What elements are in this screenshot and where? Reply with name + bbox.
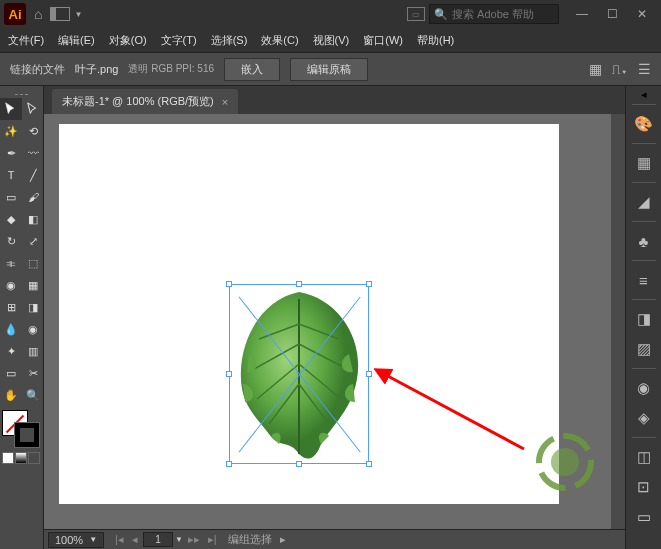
workspace-layout-menu[interactable]: ▼	[50, 7, 82, 21]
direct-selection-tool[interactable]	[22, 98, 44, 120]
menu-help[interactable]: 帮助(H)	[417, 33, 454, 48]
shaper-tool[interactable]: ◆	[0, 208, 22, 230]
handle-bottom-right[interactable]	[366, 461, 372, 467]
menu-object[interactable]: 对象(O)	[109, 33, 147, 48]
selection-diagonals	[229, 284, 369, 464]
minimize-button[interactable]: —	[567, 3, 597, 25]
menu-file[interactable]: 文件(F)	[8, 33, 44, 48]
free-transform-tool[interactable]: ⬚	[22, 252, 44, 274]
symbols-panel-icon[interactable]: ♣	[630, 228, 658, 254]
color-mode-solid[interactable]	[2, 452, 14, 464]
search-input[interactable]	[452, 8, 554, 20]
menu-select[interactable]: 选择(S)	[211, 33, 248, 48]
magic-wand-tool[interactable]: ✨	[0, 120, 22, 142]
layout-icon	[50, 7, 70, 21]
mesh-tool[interactable]: ⊞	[0, 296, 22, 318]
fill-stroke-swatches[interactable]	[2, 410, 40, 448]
status-chevron[interactable]: ▸	[280, 533, 286, 546]
status-bar: 100% ▼ |◂ ◂ ▼ ▸▸ ▸| 编组选择 ▸	[44, 529, 625, 549]
stroke-swatch[interactable]	[14, 422, 40, 448]
arrange-icon[interactable]: ⎍▾	[612, 61, 628, 77]
stroke-panel-icon[interactable]: ≡	[630, 267, 658, 293]
graphic-styles-panel-icon[interactable]: ◈	[630, 405, 658, 431]
tab-title: 未标题-1* @ 100% (RGB/预览)	[62, 94, 214, 109]
appearance-panel-icon[interactable]: ◉	[630, 375, 658, 401]
edit-original-button[interactable]: 编辑原稿	[290, 58, 368, 81]
gradient-tool[interactable]: ◨	[22, 296, 44, 318]
right-dock: ◂ 🎨 ▦ ◢ ♣ ≡ ◨ ▨ ◉ ◈ ◫ ⊡ ▭	[625, 86, 661, 549]
layers-panel-icon[interactable]: ◫	[630, 444, 658, 470]
linked-filename[interactable]: 叶子.png	[75, 62, 118, 77]
menu-view[interactable]: 视图(V)	[313, 33, 350, 48]
app-logo: Ai	[4, 3, 26, 25]
handle-top[interactable]	[296, 281, 302, 287]
nav-prev-button[interactable]: ◂	[129, 533, 141, 546]
tab-close-button[interactable]: ×	[222, 96, 228, 108]
zoom-select[interactable]: 100% ▼	[48, 532, 104, 548]
eyedropper-tool[interactable]: 💧	[0, 318, 22, 340]
home-icon[interactable]: ⌂	[34, 6, 42, 22]
hand-tool[interactable]: ✋	[0, 384, 22, 406]
graph-tool[interactable]: ▥	[22, 340, 44, 362]
options-icon[interactable]: ☰	[638, 61, 651, 77]
blend-tool[interactable]: ◉	[22, 318, 44, 340]
width-tool[interactable]: ⟚	[0, 252, 22, 274]
asset-export-panel-icon[interactable]: ⊡	[630, 474, 658, 500]
rectangle-tool[interactable]: ▭	[0, 186, 22, 208]
chevron-down-icon[interactable]: ▼	[175, 535, 183, 544]
handle-top-left[interactable]	[226, 281, 232, 287]
canvas[interactable]	[44, 114, 625, 529]
pen-tool[interactable]: ✒	[0, 142, 22, 164]
brushes-panel-icon[interactable]: ◢	[630, 189, 658, 215]
paintbrush-tool[interactable]: 🖌	[22, 186, 44, 208]
color-panel-icon[interactable]: 🎨	[630, 111, 658, 137]
menu-window[interactable]: 窗口(W)	[363, 33, 403, 48]
zoom-value: 100%	[55, 534, 83, 546]
panel-grip[interactable]	[0, 90, 43, 98]
eraser-tool[interactable]: ◧	[22, 208, 44, 230]
symbol-sprayer-tool[interactable]: ✦	[0, 340, 22, 362]
color-mode-none[interactable]	[28, 452, 40, 464]
placed-image[interactable]	[229, 284, 369, 464]
line-tool[interactable]: ╱	[22, 164, 44, 186]
handle-bottom[interactable]	[296, 461, 302, 467]
zoom-tool[interactable]: 🔍	[22, 384, 44, 406]
search-field[interactable]: 🔍	[429, 4, 559, 24]
transparency-panel-icon[interactable]: ▨	[630, 336, 658, 362]
type-tool[interactable]: T	[0, 164, 22, 186]
align-icon[interactable]: ▦	[589, 61, 602, 77]
handle-top-right[interactable]	[366, 281, 372, 287]
perspective-tool[interactable]: ▦	[22, 274, 44, 296]
rotate-tool[interactable]: ↻	[0, 230, 22, 252]
menu-edit[interactable]: 编辑(E)	[58, 33, 95, 48]
document-tab[interactable]: 未标题-1* @ 100% (RGB/预览) ×	[52, 89, 238, 114]
maximize-button[interactable]: ☐	[597, 3, 627, 25]
handle-bottom-left[interactable]	[226, 461, 232, 467]
nav-last-button[interactable]: ▸|	[205, 533, 220, 546]
embed-button[interactable]: 嵌入	[224, 58, 280, 81]
status-mode: 编组选择	[228, 532, 272, 547]
artboard-number-input[interactable]	[143, 532, 173, 547]
dock-grip[interactable]: ◂	[634, 90, 654, 98]
nav-first-button[interactable]: |◂	[112, 533, 127, 546]
vertical-scrollbar[interactable]	[611, 114, 625, 529]
handle-left[interactable]	[226, 371, 232, 377]
close-button[interactable]: ✕	[627, 3, 657, 25]
screen-mode-icon[interactable]: ▭	[407, 7, 425, 21]
scale-tool[interactable]: ⤢	[22, 230, 44, 252]
shape-builder-tool[interactable]: ◉	[0, 274, 22, 296]
slice-tool[interactable]: ✂	[22, 362, 44, 384]
chevron-down-icon: ▼	[89, 535, 97, 544]
swatches-panel-icon[interactable]: ▦	[630, 150, 658, 176]
lasso-tool[interactable]: ⟲	[22, 120, 44, 142]
artboard-tool[interactable]: ▭	[0, 362, 22, 384]
curvature-tool[interactable]: 〰	[22, 142, 44, 164]
selection-tool[interactable]	[0, 98, 22, 120]
color-mode-gradient[interactable]	[15, 452, 27, 464]
artboards-panel-icon[interactable]: ▭	[630, 504, 658, 530]
menu-effect[interactable]: 效果(C)	[261, 33, 298, 48]
gradient-panel-icon[interactable]: ◨	[630, 306, 658, 332]
nav-next-button[interactable]: ▸▸	[185, 533, 203, 546]
handle-right[interactable]	[366, 371, 372, 377]
menu-type[interactable]: 文字(T)	[161, 33, 197, 48]
